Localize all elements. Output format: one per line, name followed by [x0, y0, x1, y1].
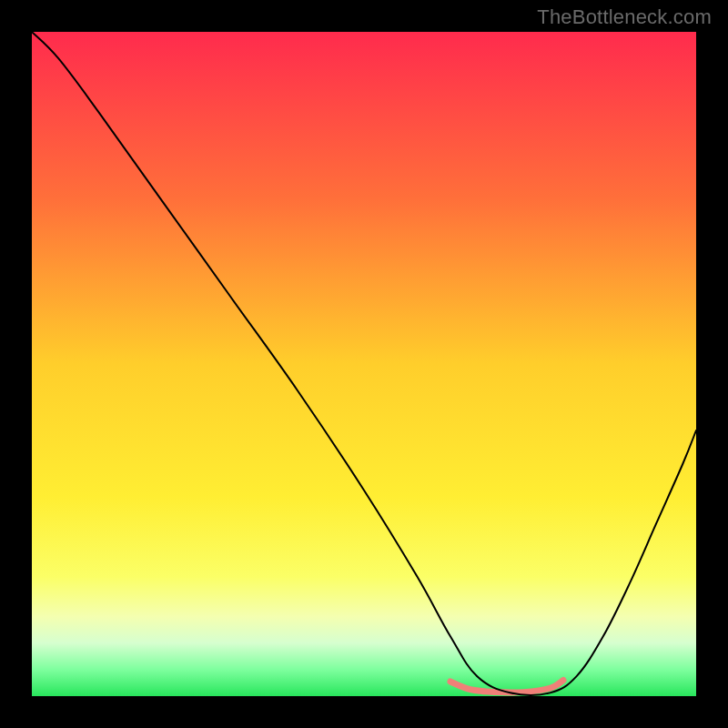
bottom-border — [0, 696, 728, 728]
watermark-label: TheBottleneck.com — [537, 5, 712, 29]
chart-frame: TheBottleneck.com — [0, 0, 728, 728]
gradient-background — [32, 32, 696, 696]
svg-rect-0 — [32, 32, 696, 696]
plot-area — [32, 32, 696, 696]
left-border — [0, 0, 32, 728]
right-border — [696, 0, 728, 728]
